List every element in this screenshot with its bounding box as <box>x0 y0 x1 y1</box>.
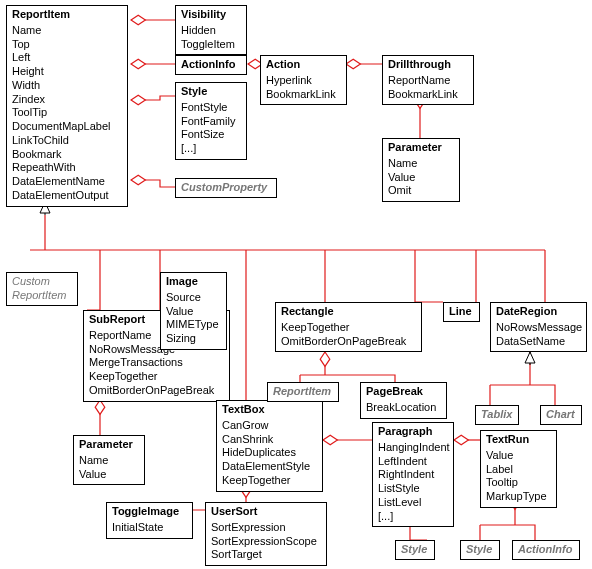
class-attr: Top <box>12 38 122 52</box>
class-attr: OmitBorderOnPageBreak <box>281 335 416 349</box>
class-rectangle: Rectangle KeepTogetherOmitBorderOnPageBr… <box>275 302 422 352</box>
class-attr: FontStyle <box>181 101 241 115</box>
class-title: ReportItem <box>7 6 127 24</box>
class-attr: KeepTogether <box>89 370 224 384</box>
class-attr: Bookmark <box>12 148 122 162</box>
class-attr: Left <box>12 51 122 65</box>
class-attr: Value <box>166 305 221 319</box>
class-attr: DataElementName <box>12 175 122 189</box>
class-attrs: SortExpressionSortExpressionScopeSortTar… <box>206 521 326 565</box>
class-title: TextBox <box>217 401 322 419</box>
class-attr: Hyperlink <box>266 74 341 88</box>
class-attrs: NameTopLeftHeightWidthZindexToolTipDocum… <box>7 24 127 206</box>
class-attrs: NoRowsMessageDataSetName <box>491 321 586 352</box>
class-title: Visibility <box>176 6 246 24</box>
class-title: ReportItem <box>268 383 338 401</box>
class-attrs: HyperlinkBookmarkLink <box>261 74 346 105</box>
class-attr: DataElementStyle <box>222 460 317 474</box>
class-attr: [...] <box>378 510 448 524</box>
class-line: Line <box>443 302 480 322</box>
class-attr: LinkToChild <box>12 134 122 148</box>
class-text-box: TextBox CanGrowCanShrinkHideDuplicatesDa… <box>216 400 323 492</box>
class-style: Style FontStyleFontFamilyFontSize[...] <box>175 82 247 160</box>
class-attrs: FontStyleFontFamilyFontSize[...] <box>176 101 246 159</box>
class-title: Chart <box>541 406 581 424</box>
class-attr: OmitBorderOnPageBreak <box>89 384 224 398</box>
class-attrs: NameValue <box>74 454 144 485</box>
class-attr: FontFamily <box>181 115 241 129</box>
class-paragraph: Paragraph HangingIndentLeftIndentRightIn… <box>372 422 454 527</box>
class-title: DateRegion <box>491 303 586 321</box>
class-attrs: HiddenToggleItem <box>176 24 246 55</box>
class-attr: BookmarkLink <box>388 88 468 102</box>
class-attrs: InitialState <box>107 521 192 538</box>
class-chart: Chart <box>540 405 582 425</box>
class-title: Image <box>161 273 226 291</box>
class-attr: NoRowsMessage <box>496 321 581 335</box>
class-attr: [...] <box>181 142 241 156</box>
class-attr: DataSetName <box>496 335 581 349</box>
class-attr: ListLevel <box>378 496 448 510</box>
class-title: UserSort <box>206 503 326 521</box>
class-toggle-image: ToggleImage InitialState <box>106 502 193 539</box>
class-title: CustomProperty <box>176 179 276 197</box>
class-date-region: DateRegion NoRowsMessageDataSetName <box>490 302 587 352</box>
class-attr: CanGrow <box>222 419 317 433</box>
class-attr: SortTarget <box>211 548 321 562</box>
class-title: Rectangle <box>276 303 421 321</box>
class-page-break: PageBreak BreakLocation <box>360 382 447 419</box>
class-action-info: ActionInfo <box>175 55 247 75</box>
class-attr: ToolTip <box>12 106 122 120</box>
class-drillthrough: Drillthrough ReportNameBookmarkLink <box>382 55 474 105</box>
class-title: ActionInfo <box>176 56 246 74</box>
class-attr: Width <box>12 79 122 93</box>
class-title: PageBreak <box>361 383 446 401</box>
class-attr: Value <box>79 468 139 482</box>
class-attr: ListStyle <box>378 482 448 496</box>
class-attr: Value <box>388 171 454 185</box>
class-attr: MarkupType <box>486 490 551 504</box>
class-title: Custom ReportItem <box>7 273 77 305</box>
class-user-sort: UserSort SortExpressionSortExpressionSco… <box>205 502 327 566</box>
class-title: Style <box>176 83 246 101</box>
class-custom-property: CustomProperty <box>175 178 277 198</box>
class-action-info-t: ActionInfo <box>512 540 580 560</box>
class-attr: Height <box>12 65 122 79</box>
class-attr: BreakLocation <box>366 401 441 415</box>
class-title: Drillthrough <box>383 56 473 74</box>
class-attr: Name <box>12 24 122 38</box>
class-title: Style <box>396 541 434 559</box>
class-attr: LeftIndent <box>378 455 448 469</box>
class-attr: RightIndent <box>378 468 448 482</box>
class-attr: Name <box>388 157 454 171</box>
class-title: Tablix <box>476 406 518 424</box>
class-title: Action <box>261 56 346 74</box>
class-title: ActionInfo <box>513 541 579 559</box>
class-attr: SortExpressionScope <box>211 535 321 549</box>
class-attr: CanShrink <box>222 433 317 447</box>
class-attr: KeepTogether <box>281 321 416 335</box>
class-attrs: ReportNameBookmarkLink <box>383 74 473 105</box>
class-attrs: HangingIndentLeftIndentRightIndentListSt… <box>373 441 453 527</box>
class-title: Parameter <box>383 139 459 157</box>
class-attr: InitialState <box>112 521 187 535</box>
class-image: Image SourceValueMIMETypeSizing <box>160 272 227 350</box>
class-title: TextRun <box>481 431 556 449</box>
class-report-item: ReportItem NameTopLeftHeightWidthZindexT… <box>6 5 128 207</box>
class-style-t: Style <box>460 540 500 560</box>
class-attrs: KeepTogetherOmitBorderOnPageBreak <box>276 321 421 352</box>
class-attr: ToggleItem <box>181 38 241 52</box>
class-style-p: Style <box>395 540 435 560</box>
class-attr: MIMEType <box>166 318 221 332</box>
class-attr: SortExpression <box>211 521 321 535</box>
class-attr: Source <box>166 291 221 305</box>
class-visibility: Visibility HiddenToggleItem <box>175 5 247 55</box>
class-attr: BookmarkLink <box>266 88 341 102</box>
class-attrs: ValueLabelTooltipMarkupType <box>481 449 556 507</box>
class-action: Action HyperlinkBookmarkLink <box>260 55 347 105</box>
class-attr: Tooltip <box>486 476 551 490</box>
class-attrs: SourceValueMIMETypeSizing <box>161 291 226 349</box>
class-attr: DataElementOutput <box>12 189 122 203</box>
class-attr: FontSize <box>181 128 241 142</box>
class-report-item-ref: ReportItem <box>267 382 339 402</box>
